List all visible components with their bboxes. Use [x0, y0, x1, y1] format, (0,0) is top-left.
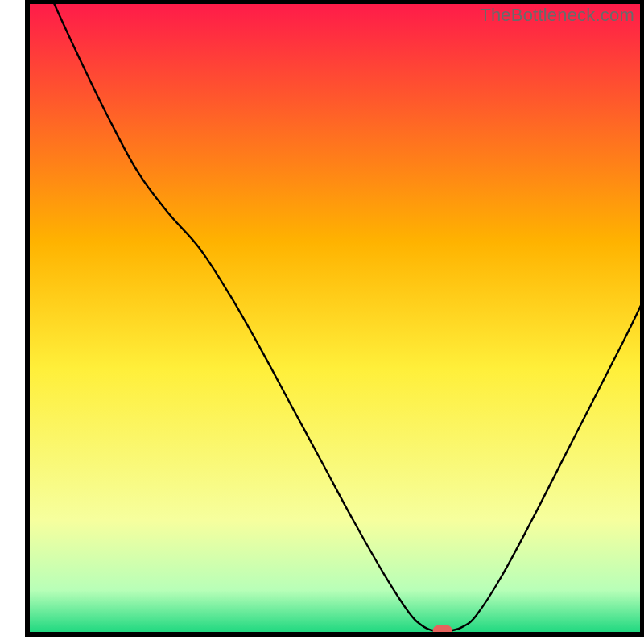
- chart-svg: [0, 0, 644, 644]
- plot-area: [27, 2, 642, 636]
- gradient-background: [27, 2, 642, 634]
- bottleneck-chart: TheBottleneck.com: [0, 0, 644, 644]
- watermark-text: TheBottleneck.com: [480, 5, 634, 26]
